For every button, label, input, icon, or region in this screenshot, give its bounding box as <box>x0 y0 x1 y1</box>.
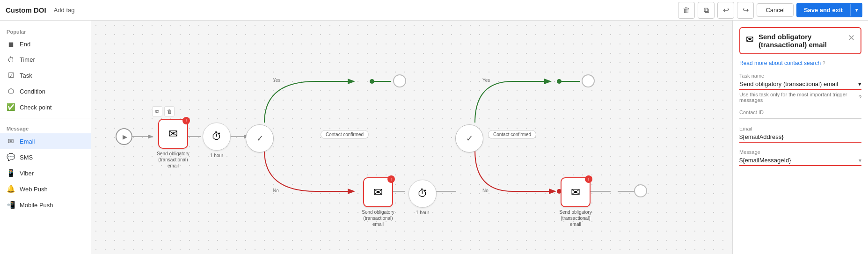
sms-icon: 💬 <box>7 153 15 161</box>
yes-label-1: Yes <box>273 78 280 83</box>
top-bar-left: Custom DOI Add tag <box>6 6 75 14</box>
undo-button[interactable]: ↩ <box>717 2 734 19</box>
sidebar-item-condition-label: Condition <box>20 88 45 95</box>
email-value[interactable]: ${emailAddress} <box>739 133 861 143</box>
sidebar-item-email[interactable]: ✉ Email <box>0 133 91 149</box>
condition-icon: ⬡ <box>7 87 15 95</box>
flow-canvas[interactable]: ▶ ⧉ 🗑 ✉ ! Send obligatory(transactional)… <box>91 21 732 254</box>
node-copy-button[interactable]: ⧉ <box>152 106 162 116</box>
send-email-node-1-label: Send obligatory(transactional) email <box>152 151 194 169</box>
viber-icon: 📱 <box>7 169 15 177</box>
sidebar: Popular ⏹ End ⏱ Timer ☑ Task ⬡ Condition… <box>0 21 91 254</box>
svg-point-9 <box>557 79 562 84</box>
timer-node-1[interactable]: ⏱ 1 hour <box>203 123 231 159</box>
yes-end-node-2 <box>582 74 595 87</box>
yes-end-node-1 <box>393 74 406 87</box>
sidebar-item-checkpoint-label: Check point <box>20 104 52 111</box>
mobilepush-icon: 📲 <box>7 201 15 209</box>
panel-header: ✉ Send obligatory (transactional) email … <box>739 27 861 54</box>
sidebar-item-viber-label: Viber <box>20 170 34 177</box>
cancel-button[interactable]: Cancel <box>757 3 793 17</box>
svg-point-4 <box>370 79 374 84</box>
read-more-link[interactable]: Read more about contact search ? <box>739 60 861 66</box>
sidebar-item-sms[interactable]: 💬 SMS <box>0 149 91 165</box>
save-exit-label: Save and exit <box>796 3 850 17</box>
yes-label-2: Yes <box>482 78 490 83</box>
send-email-node-1[interactable]: ✉ ! Send obligatory(transactional) email <box>152 119 194 169</box>
sidebar-item-task-label: Task <box>20 72 32 79</box>
save-exit-button[interactable]: Save and exit ▾ <box>796 3 862 17</box>
timer-icon: ⏱ <box>7 56 15 64</box>
message-group: Message ${emailMessageId} ▾ <box>739 149 861 166</box>
send-email-node-3-label: Send obligatory(transactional) email <box>554 209 597 227</box>
sidebar-item-timer[interactable]: ⏱ Timer <box>0 52 91 67</box>
sidebar-item-end[interactable]: ⏹ End <box>0 36 91 52</box>
sidebar-item-email-label: Email <box>20 138 35 145</box>
read-more-label: Read more about contact search <box>739 60 821 66</box>
no-label-1: No <box>273 188 279 193</box>
send-email-node-2-label: Send obligatory(transactional) email <box>357 209 399 227</box>
panel-header-icon: ✉ <box>746 34 754 45</box>
alert-badge-2: ! <box>387 175 395 183</box>
alert-badge-3: ! <box>585 175 592 183</box>
email-label: Email <box>739 126 861 131</box>
task-name-dropdown-icon[interactable]: ▾ <box>858 80 861 87</box>
sidebar-section-popular: Popular <box>0 24 91 36</box>
sidebar-item-mobilepush[interactable]: 📲 Mobile Push <box>0 197 91 213</box>
sidebar-item-webpush-label: Web Push <box>20 186 48 193</box>
check-node-2[interactable]: ✓ <box>455 124 483 152</box>
contact-confirmed-2: Contact confirmed <box>488 130 536 139</box>
sidebar-item-webpush[interactable]: 🔔 Web Push <box>0 181 91 197</box>
redo-button[interactable]: ↪ <box>737 2 754 19</box>
send-email-node-2[interactable]: ✉ ! Send obligatory(transactional) email <box>357 177 399 227</box>
help-icon: ? <box>823 61 825 66</box>
top-bar: Custom DOI Add tag 🗑 ⧉ ↩ ↪ Cancel Save a… <box>0 0 868 21</box>
check-node-1[interactable]: ✓ <box>246 124 274 152</box>
save-exit-dropdown-icon[interactable]: ▾ <box>850 4 862 16</box>
task-note-help-icon: ? <box>859 94 861 100</box>
task-name-note: Use this task only for the most importan… <box>739 92 861 103</box>
right-panel: ✉ Send obligatory (transactional) email … <box>732 21 868 254</box>
checkpoint-icon: ✅ <box>7 103 15 111</box>
email-icon: ✉ <box>7 137 15 145</box>
end-icon: ⏹ <box>7 40 15 48</box>
sidebar-item-task[interactable]: ☑ Task <box>0 67 91 83</box>
sidebar-item-condition[interactable]: ⬡ Condition <box>0 83 91 99</box>
timer-node-2[interactable]: ⏱ 1 hour <box>408 180 437 216</box>
node-toolbar: ⧉ 🗑 <box>152 106 175 116</box>
copy-button[interactable]: ⧉ <box>698 2 715 19</box>
main-layout: Popular ⏹ End ⏱ Timer ☑ Task ⬡ Condition… <box>0 21 868 254</box>
message-label: Message <box>739 149 861 155</box>
alert-badge: ! <box>182 117 190 124</box>
timer-node-1-label: 1 hour <box>210 152 223 159</box>
panel-close-button[interactable]: ✕ <box>848 33 855 43</box>
sidebar-divider <box>0 118 91 118</box>
sidebar-item-mobilepush-label: Mobile Push <box>20 202 53 209</box>
sidebar-item-viber[interactable]: 📱 Viber <box>0 165 91 181</box>
sidebar-section-message: Message <box>0 121 91 133</box>
node-delete-button[interactable]: 🗑 <box>164 106 175 116</box>
delete-button[interactable]: 🗑 <box>678 2 695 19</box>
sidebar-item-sms-label: SMS <box>20 154 33 161</box>
sidebar-item-checkpoint[interactable]: ✅ Check point <box>0 99 91 115</box>
task-name-group: Task name Send obligatory (transactional… <box>739 73 861 103</box>
contact-id-value[interactable] <box>739 117 861 119</box>
add-tag-button[interactable]: Add tag <box>54 7 75 14</box>
timer-node-2-label: 1 hour <box>416 210 429 216</box>
task-icon: ☑ <box>7 71 15 80</box>
webpush-icon: 🔔 <box>7 185 15 193</box>
contact-id-group: Contact ID <box>739 109 861 119</box>
task-name-label: Task name <box>739 73 861 79</box>
message-value[interactable]: ${emailMessageId} ▾ <box>739 157 861 166</box>
page-title: Custom DOI <box>6 6 46 14</box>
no-label-2: No <box>482 188 489 193</box>
contact-id-label: Contact ID <box>739 109 861 115</box>
email-group: Email ${emailAddress} <box>739 126 861 143</box>
task-name-value[interactable]: Send obligatory (transactional) email ▾ <box>739 80 861 90</box>
contact-confirmed-1: Contact confirmed <box>321 130 369 139</box>
message-dropdown-icon[interactable]: ▾ <box>859 157 861 164</box>
end-node-3 <box>634 184 647 197</box>
sidebar-item-end-label: End <box>20 41 30 48</box>
panel-title: Send obligatory (transactional) email <box>759 33 848 49</box>
send-email-node-3[interactable]: ✉ ! Send obligatory(transactional) email <box>554 177 597 227</box>
